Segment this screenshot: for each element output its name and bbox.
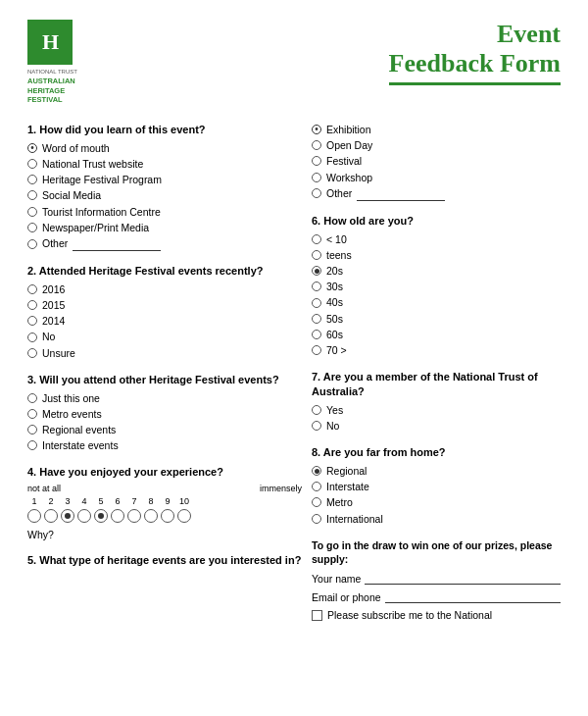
radio-icon[interactable] — [312, 234, 321, 244]
radio-icon[interactable] — [27, 300, 37, 310]
list-item[interactable]: Other — [27, 236, 302, 251]
list-item[interactable]: Heritage Festival Program — [27, 173, 302, 186]
scale-radios — [27, 509, 302, 523]
scale-radio[interactable] — [27, 509, 41, 523]
scale-num: 2 — [44, 496, 58, 506]
list-item[interactable]: Unsure — [27, 346, 302, 360]
q8-text: Are you far from home? — [323, 446, 446, 458]
other-input-line[interactable] — [357, 186, 445, 201]
list-item[interactable]: 30s — [312, 280, 561, 293]
list-item[interactable]: Regional — [312, 464, 561, 478]
subscribe-checkbox[interactable] — [312, 610, 322, 621]
list-item[interactable]: Metro events — [27, 407, 302, 421]
radio-icon[interactable] — [27, 409, 37, 419]
list-item[interactable]: Interstate — [312, 480, 561, 493]
radio-icon[interactable] — [27, 425, 37, 435]
radio-icon[interactable] — [312, 497, 321, 507]
name-input-line[interactable] — [365, 572, 561, 585]
scale-radio[interactable] — [61, 509, 74, 523]
scale-radio[interactable] — [161, 509, 174, 523]
list-item[interactable]: Workshop — [312, 171, 561, 184]
radio-icon[interactable] — [27, 143, 37, 153]
title-area: Event Feedback Form — [389, 20, 561, 85]
list-item[interactable]: 20s — [312, 264, 561, 278]
radio-icon[interactable] — [312, 266, 321, 276]
radio-icon[interactable] — [312, 173, 321, 182]
list-item[interactable]: 50s — [312, 312, 561, 326]
list-item[interactable]: No — [312, 419, 561, 433]
list-item[interactable]: Festival — [312, 154, 561, 168]
list-item[interactable]: Open Day — [312, 138, 561, 152]
scale-radio[interactable] — [111, 509, 124, 523]
radio-icon[interactable] — [312, 281, 321, 291]
q3-text: Will you attend other Heritage Festival … — [39, 374, 278, 385]
list-item[interactable]: Yes — [312, 403, 561, 417]
list-item[interactable]: International — [312, 512, 561, 526]
radio-icon[interactable] — [312, 466, 321, 476]
q5-title: 5. What type of heritage events are you … — [27, 553, 302, 568]
radio-icon[interactable] — [27, 393, 37, 403]
radio-icon[interactable] — [27, 348, 37, 358]
other-input-line[interactable] — [73, 236, 161, 251]
radio-icon[interactable] — [27, 207, 37, 217]
radio-icon[interactable] — [312, 514, 321, 524]
radio-icon[interactable] — [27, 284, 37, 294]
list-item[interactable]: Just this one — [27, 391, 302, 405]
scale-radio[interactable] — [77, 509, 91, 523]
list-item[interactable]: 2016 — [27, 282, 302, 296]
radio-icon[interactable] — [27, 239, 37, 249]
list-item[interactable]: Interstate events — [27, 438, 302, 452]
scale-radio[interactable] — [94, 509, 108, 523]
radio-icon[interactable] — [312, 250, 321, 260]
list-item[interactable]: Word of mouth — [27, 141, 302, 155]
list-item[interactable]: Tourist Information Centre — [27, 205, 302, 219]
q1-text: How did you learn of this event? — [39, 124, 205, 135]
list-item[interactable]: Newspaper/Print Media — [27, 221, 302, 234]
phone-input-line[interactable] — [385, 590, 561, 603]
radio-icon[interactable] — [312, 330, 321, 339]
logo-text: NATIONAL TRUST AUSTRALIAN HERITAGE FESTI… — [27, 69, 77, 105]
list-item[interactable]: 2014 — [27, 314, 302, 328]
list-item[interactable]: 70 > — [312, 343, 561, 357]
radio-icon[interactable] — [312, 405, 321, 415]
radio-icon[interactable] — [312, 156, 321, 166]
list-item[interactable]: 60s — [312, 328, 561, 341]
list-item[interactable]: Metro — [312, 495, 561, 509]
list-item[interactable]: Regional events — [27, 423, 302, 436]
phone-field-row: Email or phone — [312, 590, 561, 603]
radio-icon[interactable] — [312, 125, 321, 134]
q4-title: 4. Have you enjoyed your experience? — [27, 465, 302, 480]
radio-icon[interactable] — [312, 482, 321, 491]
radio-icon[interactable] — [312, 188, 321, 198]
draw-label: To go in the draw to win one of our priz… — [312, 538, 561, 566]
list-item[interactable]: Exhibition — [312, 123, 561, 136]
radio-icon[interactable] — [312, 140, 321, 150]
question-5: 5. What type of heritage events are you … — [27, 553, 302, 568]
radio-icon[interactable] — [27, 159, 37, 169]
radio-icon[interactable] — [312, 421, 321, 431]
list-item[interactable]: 40s — [312, 295, 561, 309]
list-item[interactable]: < 10 — [312, 232, 561, 246]
scale-radio[interactable] — [127, 509, 141, 523]
scale-radio[interactable] — [44, 509, 58, 523]
radio-icon[interactable] — [27, 332, 37, 342]
list-item[interactable]: National Trust website — [27, 157, 302, 171]
list-item[interactable]: Other — [312, 186, 561, 201]
form-title: Event Feedback Form — [389, 20, 561, 78]
subscribe-row[interactable]: Please subscribe me to the National — [312, 609, 561, 621]
radio-icon[interactable] — [27, 223, 37, 232]
radio-icon[interactable] — [27, 440, 37, 450]
q4-text: Have you enjoyed your experience? — [39, 466, 223, 478]
scale-radio[interactable] — [144, 509, 158, 523]
list-item[interactable]: teens — [312, 248, 561, 262]
radio-icon[interactable] — [27, 190, 37, 200]
radio-icon[interactable] — [27, 175, 37, 184]
radio-icon[interactable] — [27, 316, 37, 326]
list-item[interactable]: 2015 — [27, 298, 302, 312]
radio-icon[interactable] — [312, 298, 321, 308]
radio-icon[interactable] — [312, 314, 321, 324]
list-item[interactable]: Social Media — [27, 188, 302, 202]
list-item[interactable]: No — [27, 330, 302, 343]
scale-radio[interactable] — [177, 509, 191, 523]
radio-icon[interactable] — [312, 345, 321, 355]
